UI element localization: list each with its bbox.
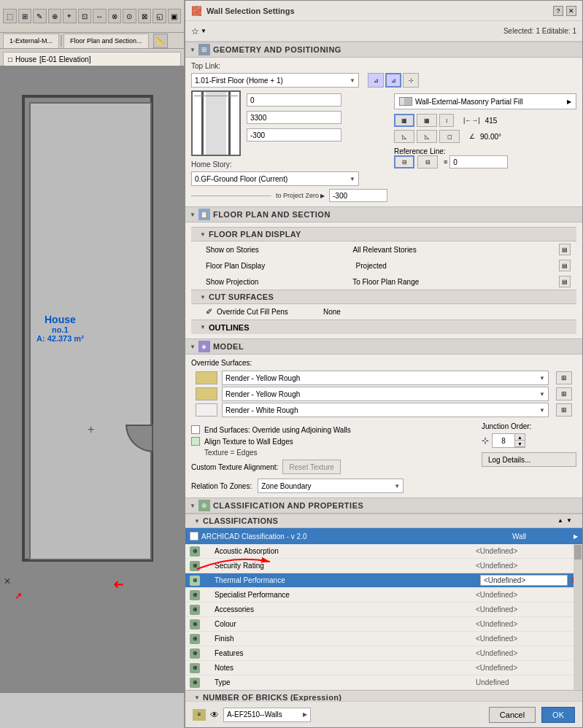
tool-9[interactable]: ⊙ [123,9,136,23]
surface-btn-2[interactable]: ⊞ [556,387,572,400]
log-details-btn[interactable]: Log Details... [482,452,576,467]
wall-icon-fill3[interactable]: ↕ [439,114,454,127]
geom-icon-2[interactable]: ⊿ [385,73,401,88]
tool-7[interactable]: ↔ [93,9,107,23]
show-proj-icon[interactable]: ▤ [559,276,571,287]
tool-8[interactable]: ⊗ [108,9,122,23]
show-stories-value: All Relevant Stories [352,246,462,254]
floorplan-body: ▼ FLOOR PLAN DISPLAY Show on Stories All… [185,222,582,338]
home-story-dropdown[interactable]: 0.GF-Ground Floor (Current) ▼ [191,171,359,186]
prop-row-specialist[interactable]: ⊕ Specialist Performance <Undefined> [185,588,582,603]
tool-2[interactable]: ⊞ [18,9,32,23]
junction-input[interactable] [493,434,514,447]
wall-icon-fill2[interactable]: ▦ [417,114,437,127]
prop-row-security[interactable]: ⊕ Security Rating <Undefined> [185,559,582,573]
project-zero-input[interactable] [329,189,387,202]
surface-dropdown-3[interactable]: Render - White Rough ▼ [222,403,549,417]
archicad-row-arrow: ▶ [574,533,578,540]
tool-4[interactable]: ⊕ [48,9,62,23]
scroll-up-icon[interactable]: ▲ [557,517,565,524]
wall-type-bar[interactable]: Wall-External-Masonry Partial Fill ▶ [394,93,576,109]
prop-row-colour[interactable]: ⊕ Colour <Undefined> [185,617,582,632]
tool-12[interactable]: ▣ [168,9,182,23]
section-classification-header[interactable]: ▼ ⊕ CLASSIFICATION AND PROPERTIES [185,497,582,514]
reset-texture-btn[interactable]: Reset Texture [282,460,341,474]
geometry-title: GEOMETRY AND POSITIONING [213,45,341,54]
cut-surfaces-header[interactable]: ▼ CUT SURFACES [191,290,576,304]
prop-row-features[interactable]: ⊕ Features <Undefined> [185,646,582,661]
prop-row-accessories[interactable]: ⊕ Accessories <Undefined> [185,603,582,617]
section-model-header[interactable]: ▼ ◈ MODEL [185,338,582,355]
wall-icon-angle1[interactable]: ◺ [394,130,414,143]
archicad-classif-row[interactable]: ARCHICAD Classification - v 2.0 Wall ▶ [185,528,582,544]
tab-external-m[interactable]: 1-External-M... [3,34,59,48]
prop-row-type[interactable]: ⊕ Type Undefined [185,675,582,690]
surface-dropdown-1[interactable]: Render - Yellow Rough ▼ [222,371,549,385]
tool-1[interactable]: ⬚ [3,9,17,23]
tool-6[interactable]: ⊡ [78,9,92,23]
prop-scrollbar-thumb[interactable] [574,545,582,559]
classifications-sub-header[interactable]: ▼ CLASSIFICATIONS ▲ ▼ [185,514,582,528]
cancel-button[interactable]: Cancel [489,707,536,723]
prop-row-acoustic[interactable]: ⊕ Acoustic Absorption <Undefined> [185,544,582,559]
geom-icon-1[interactable]: ⊿ [368,73,384,88]
wall-icon-fill1[interactable]: ▦ [394,114,414,127]
scroll-down-icon[interactable]: ▼ [566,517,574,524]
height-input-1[interactable] [247,93,341,107]
wall-icon-angle2[interactable]: ◺ [417,130,437,143]
dialog-content[interactable]: ▼ ⊞ GEOMETRY AND POSITIONING Top Link: 1… [185,42,582,701]
surface-btn-3[interactable]: ⊞ [556,403,572,417]
dialog-title: Wall Selection Settings [206,7,295,15]
angle-value: 90.00° [480,133,501,141]
tool-10[interactable]: ⊠ [138,9,152,23]
section-floorplan-header[interactable]: ▼ 📋 FLOOR PLAN AND SECTION [185,206,582,222]
outlines-arrow: ▼ [200,324,206,330]
top-link-dropdown[interactable]: 1.01-First Floor (Home + 1) ▼ [191,73,359,88]
outlines-header[interactable]: ▼ OUTLINES [191,320,576,334]
layer-dropdown[interactable]: A-EF2510--Walls ▶ [223,708,311,722]
fpd-subsection-header[interactable]: ▼ FLOOR PLAN DISPLAY [191,227,576,241]
surface-1-value: Render - Yellow Rough [225,374,300,382]
geom-icon-3[interactable]: ⊹ [403,73,419,88]
section-geometry-header[interactable]: ▼ ⊞ GEOMETRY AND POSITIONING [185,42,582,58]
tool-3[interactable]: ✎ [33,9,47,23]
home-story-label: Home Story: [191,160,250,169]
show-stories-icon[interactable]: ▤ [559,244,571,255]
height-input-3[interactable] [247,128,341,142]
view-icon[interactable]: 📐 [153,34,168,48]
ref-line-icon: ≡ [444,158,447,166]
tab-elevation-label: House [15,55,36,63]
to-project-zero[interactable]: to Project Zero ▶ [276,192,325,199]
ref-icon2[interactable]: ⊟ [417,155,438,169]
prop-row-thermal[interactable]: ⊕ Thermal Performance <Undefined> ✕ [185,573,582,588]
zone-dropdown[interactable]: Zone Boundary ▼ [258,479,404,493]
house-label: House no.1 A: 42.373 m² [36,314,84,343]
ok-button[interactable]: OK [541,707,575,723]
ref-icon1[interactable]: ⊟ [394,155,414,169]
tool-11[interactable]: ◱ [152,9,166,23]
angle-icon: ∠ [469,133,475,140]
num-bricks-header[interactable]: ▼ NUMBER OF BRICKS (Expression) [185,690,582,701]
archicad-checkbox[interactable] [190,532,198,541]
prop-row-notes[interactable]: ⊕ Notes <Undefined> [185,661,582,675]
junction-spin-up[interactable]: ▲ [514,434,525,441]
fpd-icon[interactable]: ▤ [559,260,571,271]
height-input-2[interactable] [247,111,341,124]
surface-btn-1[interactable]: ⊞ [556,371,572,384]
red-arrow-curve: ↗ [15,591,22,601]
ref-line-label: Reference Line: [394,147,446,155]
tab-floor-plan[interactable]: Floor Plan and Section... [63,34,149,48]
tool-5[interactable]: ⌖ [63,9,77,23]
wall-icons-row1: ▦ ▦ ↕ |←→| 415 [394,114,576,127]
favorites-area[interactable]: ☆ ▼ [191,26,206,36]
end-surfaces-check[interactable] [191,425,200,434]
ref-line-input[interactable] [449,155,508,169]
wall-icon-angle3[interactable]: ◻ [439,130,460,143]
align-texture-check[interactable] [191,437,200,446]
junction-spin-down[interactable]: ▼ [514,441,525,447]
prop-row-finish[interactable]: ⊕ Finish <Undefined> [185,632,582,646]
tab-elevation[interactable]: □ House [E-01 Elevation] [3,52,181,66]
surface-dropdown-2[interactable]: Render - Yellow Rough ▼ [222,387,549,401]
close-button[interactable]: ✕ [566,6,576,16]
help-button[interactable]: ? [553,6,563,16]
